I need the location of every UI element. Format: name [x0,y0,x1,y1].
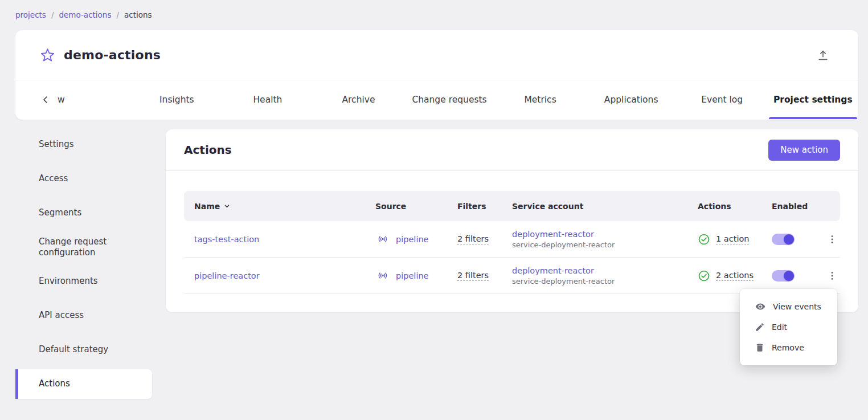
signal-icon [375,234,390,244]
source-link[interactable]: pipeline [396,271,429,280]
filters-count[interactable]: 2 filters [457,234,489,244]
column-header-filters[interactable]: Filters [447,202,502,211]
service-account-token: service-deployment-reactor [512,240,615,249]
eye-icon [755,301,766,312]
column-header-name[interactable]: Name [184,202,365,211]
actions-panel-header: Actions New action [166,129,858,171]
column-header-source[interactable]: Source [365,202,447,211]
check-circle-icon [698,233,710,246]
tab-health[interactable]: Health [222,80,313,119]
menu-item-label: View events [773,302,821,311]
actions-table: Name Source Filters Service account Acti… [184,191,840,294]
project-header-card: demo-actions w Insights Health Archive C… [15,30,858,120]
service-account-token: service-deployment-reactor [512,277,615,286]
project-tabs: w Insights Health Archive Change request… [15,80,858,119]
action-name-link[interactable]: pipeline-reactor [194,271,260,280]
enabled-toggle[interactable] [772,270,795,282]
column-header-name-label: Name [194,202,220,211]
tab-change-requests[interactable]: Change requests [404,80,495,119]
breadcrumb-separator: / [51,10,54,19]
menu-item-edit[interactable]: Edit [740,317,837,337]
table-row: tags-test-action pipeline 2 filters depl… [184,221,840,258]
source-link[interactable]: pipeline [396,235,429,244]
menu-item-label: Remove [772,343,804,352]
signal-icon [375,270,390,281]
star-icon [40,47,55,63]
actions-count[interactable]: 2 actions [716,271,754,281]
toggle-thumb [784,234,794,244]
pencil-icon [755,322,765,332]
sidebar-item-environments[interactable]: Environments [15,267,152,296]
menu-item-view-events[interactable]: View events [740,296,837,317]
tab-event-log[interactable]: Event log [677,80,768,119]
favorite-button[interactable] [40,47,55,63]
service-account-link[interactable]: deployment-reactor [512,230,594,239]
page: projects / demo-actions / actions demo-a… [0,0,868,420]
tab-scroll-left[interactable]: w [15,80,132,119]
action-name-link[interactable]: tags-test-action [194,235,259,244]
menu-item-remove[interactable]: Remove [740,337,837,358]
sidebar-item-settings[interactable]: Settings [15,130,152,160]
trash-icon [755,342,765,353]
tab-project-settings[interactable]: Project settings [768,80,859,119]
service-account-link[interactable]: deployment-reactor [512,266,594,275]
new-action-button[interactable]: New action [768,140,840,161]
breadcrumb-current: actions [124,10,152,19]
menu-item-label: Edit [772,323,787,332]
sidebar-item-actions[interactable]: Actions [15,369,152,399]
tab-applications[interactable]: Applications [586,80,677,119]
actions-panel-title: Actions [184,143,232,157]
actions-panel: Actions New action Name Source Filters S… [166,129,858,312]
tab-insights[interactable]: Insights [132,80,223,119]
page-title: demo-actions [64,48,161,62]
tab-metrics[interactable]: Metrics [495,80,586,119]
row-context-menu: View events Edit Remove [740,289,837,365]
actions-count[interactable]: 1 action [716,234,749,244]
kebab-icon [826,270,838,282]
sidebar-item-change-request-configuration[interactable]: Change request configuration [15,233,152,262]
row-menu-button[interactable] [825,269,839,283]
filters-count[interactable]: 2 filters [457,271,489,281]
sidebar-item-api-access[interactable]: API access [15,301,152,331]
settings-sidebar: Settings Access Segments Change request … [15,130,152,403]
enabled-toggle[interactable] [772,234,795,245]
caret-down-icon [223,202,231,210]
column-header-enabled[interactable]: Enabled [761,202,815,211]
export-button[interactable] [814,47,832,64]
breadcrumb-separator: / [116,10,119,19]
table-row: pipeline-reactor pipeline 2 filters depl… [184,258,840,294]
sidebar-item-access[interactable]: Access [15,164,152,194]
breadcrumb-projects[interactable]: projects [15,10,46,19]
tab-overflow-label[interactable]: w [58,95,65,105]
breadcrumb: projects / demo-actions / actions [15,10,152,19]
check-circle-icon [698,270,710,282]
project-header-row: demo-actions [15,30,858,80]
sidebar-item-default-strategy[interactable]: Default strategy [15,335,152,365]
kebab-icon [826,234,838,245]
column-header-service-account[interactable]: Service account [502,202,687,211]
sidebar-item-segments[interactable]: Segments [15,198,152,228]
table-header-row: Name Source Filters Service account Acti… [184,191,840,221]
toggle-thumb [784,271,794,281]
upload-icon [817,49,829,62]
row-menu-button[interactable] [825,233,839,246]
tab-archive[interactable]: Archive [313,80,404,119]
chevron-left-icon [40,95,51,105]
breadcrumb-project[interactable]: demo-actions [59,10,111,19]
column-header-actions[interactable]: Actions [687,202,761,211]
